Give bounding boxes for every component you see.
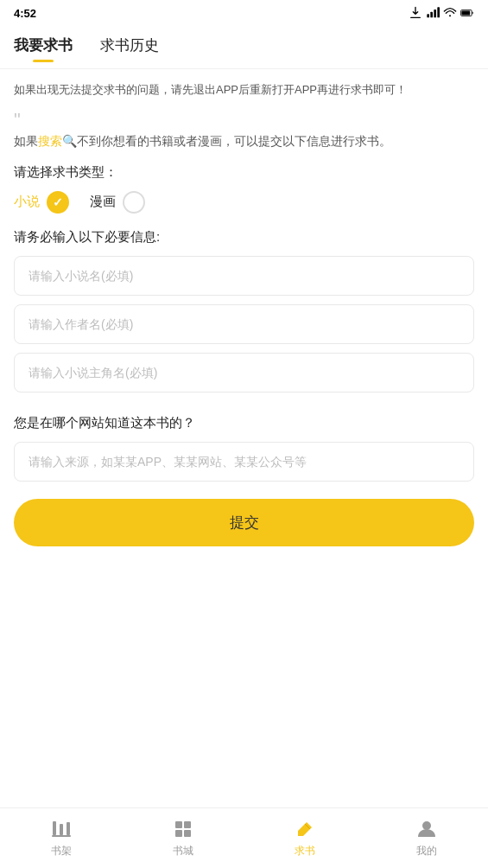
top-tabs: 我要求书 求书历史 — [0, 26, 488, 69]
svg-rect-11 — [175, 821, 182, 828]
wifi-icon — [443, 6, 457, 20]
protagonist-input[interactable] — [14, 353, 474, 393]
search-icon-inline: 🔍 — [62, 134, 77, 148]
svg-rect-10 — [52, 835, 71, 837]
quote-suffix: 不到你想看的书籍或者漫画，可以提交以下信息进行求书。 — [77, 134, 391, 148]
quote-text: 如果搜索🔍不到你想看的书籍或者漫画，可以提交以下信息进行求书。 — [14, 131, 474, 150]
source-question: 您是在哪个网站知道这本书的？ — [14, 415, 474, 431]
download-icon — [409, 6, 422, 20]
nav-profile-label: 我的 — [416, 844, 437, 858]
svg-rect-7 — [53, 821, 56, 835]
svg-rect-0 — [427, 14, 429, 17]
radio-novel[interactable] — [47, 191, 69, 214]
quote-highlight: 搜索 — [38, 134, 62, 148]
type-comic-label: 漫画 — [90, 194, 116, 210]
status-icons — [409, 6, 474, 20]
quote-block: " 如果搜索🔍不到你想看的书籍或者漫画，可以提交以下信息进行求书。 — [14, 111, 474, 150]
svg-rect-12 — [184, 821, 191, 828]
type-selector-label: 请选择求书类型： — [14, 164, 474, 181]
svg-rect-13 — [175, 830, 182, 837]
radio-comic[interactable] — [123, 191, 145, 214]
status-bar: 4:52 — [0, 0, 488, 26]
svg-rect-1 — [430, 12, 433, 18]
svg-point-4 — [449, 15, 451, 16]
type-selector: 小说 漫画 — [14, 191, 474, 214]
svg-rect-2 — [434, 10, 436, 17]
nav-shelf-label: 书架 — [51, 844, 72, 858]
tab-request[interactable]: 我要求书 — [14, 35, 73, 59]
store-icon — [172, 818, 194, 840]
quote-prefix: 如果 — [14, 134, 38, 148]
svg-rect-3 — [437, 7, 440, 17]
svg-rect-14 — [184, 830, 191, 837]
nav-profile[interactable]: 我的 — [405, 813, 448, 864]
author-name-input[interactable] — [14, 304, 474, 344]
svg-rect-6 — [461, 10, 470, 15]
required-label: 请务必输入以下必要信息: — [14, 229, 474, 246]
type-novel-label: 小说 — [14, 194, 40, 210]
nav-store-label: 书城 — [173, 844, 193, 858]
submit-button[interactable]: 提交 — [14, 499, 474, 546]
quote-mark: " — [14, 111, 474, 130]
battery-icon — [460, 6, 474, 20]
tab-history[interactable]: 求书历史 — [100, 35, 159, 59]
bottom-nav: 书架 书城 求书 我的 — [0, 807, 488, 868]
pen-icon — [294, 818, 316, 840]
nav-store[interactable]: 书城 — [162, 813, 205, 864]
nav-request[interactable]: 求书 — [283, 813, 326, 864]
shelf-icon — [50, 818, 73, 840]
svg-rect-9 — [67, 822, 70, 835]
source-input[interactable] — [14, 442, 474, 482]
type-novel[interactable]: 小说 — [14, 191, 69, 214]
nav-shelf[interactable]: 书架 — [40, 813, 83, 864]
nav-request-label: 求书 — [295, 844, 315, 858]
notice-banner: 如果出现无法提交求书的问题，请先退出APP后重新打开APP再进行求书即可！ — [14, 81, 474, 99]
type-comic[interactable]: 漫画 — [90, 191, 145, 214]
svg-rect-8 — [60, 824, 63, 835]
svg-point-15 — [422, 821, 431, 830]
novel-name-input[interactable] — [14, 256, 474, 296]
main-content: 如果出现无法提交求书的问题，请先退出APP后重新打开APP再进行求书即可！ " … — [0, 69, 488, 628]
user-icon — [415, 818, 438, 840]
signal-icon — [426, 6, 440, 20]
status-time: 4:52 — [14, 7, 36, 20]
